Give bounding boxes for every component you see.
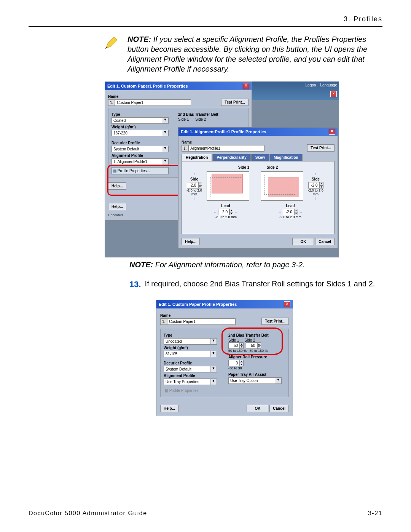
test-print-button[interactable]: Test Print... — [221, 99, 249, 106]
name-number: 1. — [108, 99, 115, 106]
test-print-button[interactable]: Test Print... — [307, 144, 335, 152]
range-text: -2.0 to 2.0 mm — [260, 215, 321, 219]
profile-properties-button[interactable]: ▦ Profile Properties... — [112, 167, 169, 174]
chevron-down-icon[interactable]: ▼ — [162, 158, 169, 165]
tab-registration[interactable]: Registration — [182, 154, 212, 161]
side2-label: Side 2 — [195, 117, 206, 121]
note-1-text: NOTE: If you select a specific Alignment… — [127, 34, 382, 74]
name-label: Name — [182, 140, 264, 144]
tab-magnification[interactable]: Magnification — [269, 154, 302, 161]
screenshot-1: Logon Language × Edit 1. Custom Paper1 P… — [105, 81, 339, 257]
arrow-down-icon: ↓ — [307, 196, 324, 200]
close-icon[interactable]: × — [243, 83, 249, 89]
range-text: -2.0 to 2.0 mm — [195, 215, 256, 219]
note-2-text: NOTE: For Alignment information, refer t… — [129, 260, 382, 269]
bias-side1-spinner[interactable]: 50▲▼ — [228, 342, 244, 349]
win1-titlebar: Edit 1. Custom Paper1 Profile Properties… — [105, 82, 252, 90]
chevron-down-icon[interactable]: ▼ — [162, 130, 169, 136]
bias-range-2: 50 to 150 % — [250, 349, 268, 353]
footer-left: DocuColor 5000 Administrator Guide — [29, 510, 147, 517]
side-label: Side — [307, 177, 324, 181]
help-button[interactable]: Help... — [182, 238, 200, 245]
profile-properties-disabled: ▦ Profile Properties... — [164, 387, 221, 394]
chevron-down-icon[interactable]: ▼ — [210, 366, 217, 372]
range-text: -2.0 to 2.0 mm — [307, 189, 324, 196]
cancel-button[interactable]: Cancel — [315, 238, 335, 245]
chapter-header: 3. Profiles — [29, 15, 382, 23]
decurler-dropdown[interactable]: System Default▼ — [164, 366, 217, 372]
footer: DocuColor 5000 Administrator Guide 3-21 — [29, 506, 382, 517]
air-dropdown[interactable]: Use Tray Option▼ — [228, 377, 282, 384]
name-field[interactable]: Custom Paper1 — [115, 99, 191, 106]
arrow-left-icon: ← — [213, 210, 217, 214]
svg-marker-0 — [106, 37, 117, 48]
bias-range-1: 50 to 150 % — [228, 349, 247, 353]
alignment-dropdown[interactable]: Use Tray Properties▼ — [164, 379, 217, 385]
side2-side-spinner[interactable]: -2.0▲▼ — [308, 182, 323, 189]
side1-header: Side 1 — [192, 165, 249, 169]
arrow-left-icon: ← — [278, 210, 282, 214]
help-button[interactable]: Help... — [160, 405, 178, 412]
help-button[interactable]: Help... — [108, 203, 126, 210]
name-field[interactable]: AlignmentProfile1 — [188, 145, 264, 152]
chevron-down-icon[interactable]: ▼ — [162, 146, 169, 152]
alignment-dropdown[interactable]: 1. AlignmentProfile1▼ — [112, 158, 169, 165]
chevron-down-icon[interactable]: ▼ — [210, 338, 217, 345]
bias-label: 2nd Bias Transfer Belt — [178, 112, 218, 117]
bias-side2-spinner[interactable]: 50▲▼ — [246, 342, 261, 349]
type-dropdown[interactable]: Uncoated▼ — [164, 338, 217, 345]
weight-dropdown[interactable]: 81-105▼ — [164, 351, 217, 357]
note-prefix: NOTE: — [127, 35, 151, 43]
close-icon[interactable]: × — [284, 301, 290, 307]
side1-side-spinner[interactable]: 2.0▲▼ — [187, 182, 202, 189]
side1-lead-spinner[interactable]: 2.0▲▼ — [218, 209, 233, 215]
note-block-1: NOTE: If you select a specific Alignment… — [105, 34, 382, 74]
language-link[interactable]: Language — [320, 83, 338, 87]
close-icon[interactable]: × — [329, 129, 335, 135]
decurler-dropdown[interactable]: System Default▼ — [112, 146, 169, 152]
arrow-down-icon: ↓ — [186, 196, 203, 200]
aligner-spinner[interactable]: 0▲▼ — [228, 360, 244, 366]
name-field[interactable]: Custom Paper1 — [167, 318, 236, 325]
page: 3. Profiles NOTE: If you select a specif… — [0, 0, 411, 532]
chevron-down-icon[interactable]: ▼ — [275, 377, 282, 384]
side2-lead-spinner[interactable]: -2.0▲▼ — [283, 209, 298, 215]
app-topbar: Logon Language × — [251, 81, 339, 100]
cancel-button[interactable]: Cancel — [269, 405, 289, 412]
tab-skew[interactable]: Skew — [251, 154, 269, 161]
air-label: Paper Tray Air Assist — [228, 372, 285, 377]
screenshot-2: Edit 1. Custom Paper Profile Properties … — [156, 300, 293, 416]
tab-perpendicularity[interactable]: Perpendicularity — [212, 154, 250, 161]
range-text: -2.0 to 2.0 mm — [186, 189, 203, 196]
win2-titlebar: Edit 1. AlignmentProfile1 Profile Proper… — [178, 128, 338, 136]
logon-link[interactable]: Logon — [306, 83, 316, 87]
registration-tab-body: Side 1 Side 2 ↑ Side 2.0▲▼ -2.0 to 2.0 m… — [182, 161, 335, 234]
chevron-down-icon[interactable]: ▼ — [210, 379, 217, 385]
lead-label: Lead — [260, 204, 321, 208]
decurler-label: Decurler Profile — [112, 141, 169, 145]
step-13: 13. If required, choose 2nd Bias Transfe… — [129, 279, 382, 290]
footer-right: 3-21 — [368, 510, 382, 517]
name-label: Name — [160, 313, 236, 318]
weight-dropdown[interactable]: 187-220▼ — [112, 130, 169, 136]
side2-preview — [261, 171, 303, 201]
name-number: 1. — [160, 318, 167, 325]
type-dropdown[interactable]: Coated▼ — [112, 117, 169, 124]
alignment-label: Alignment Profile — [112, 153, 169, 158]
help-button[interactable]: Help... — [108, 182, 126, 190]
chevron-down-icon[interactable]: ▼ — [210, 351, 217, 357]
side1-preview — [207, 171, 249, 201]
aligner-label: Aligner Roll Pressure — [228, 355, 285, 359]
close-icon[interactable]: × — [330, 91, 337, 97]
weight-label: Weight (g/m²) — [112, 125, 169, 129]
test-print-button[interactable]: Test Print... — [261, 318, 289, 325]
bias-label: 2nd Bias Transfer Belt — [228, 333, 285, 337]
chevron-down-icon[interactable]: ▼ — [162, 117, 169, 124]
s2-titlebar: Edit 1. Custom Paper Profile Properties … — [156, 300, 293, 308]
ok-button[interactable]: OK — [292, 238, 314, 245]
arrow-right-icon: → — [234, 210, 238, 214]
step-number: 13. — [129, 279, 141, 290]
ok-button[interactable]: OK — [247, 405, 268, 412]
note-prefix: NOTE: — [129, 260, 153, 269]
arrow-up-icon: ↑ — [307, 172, 324, 176]
